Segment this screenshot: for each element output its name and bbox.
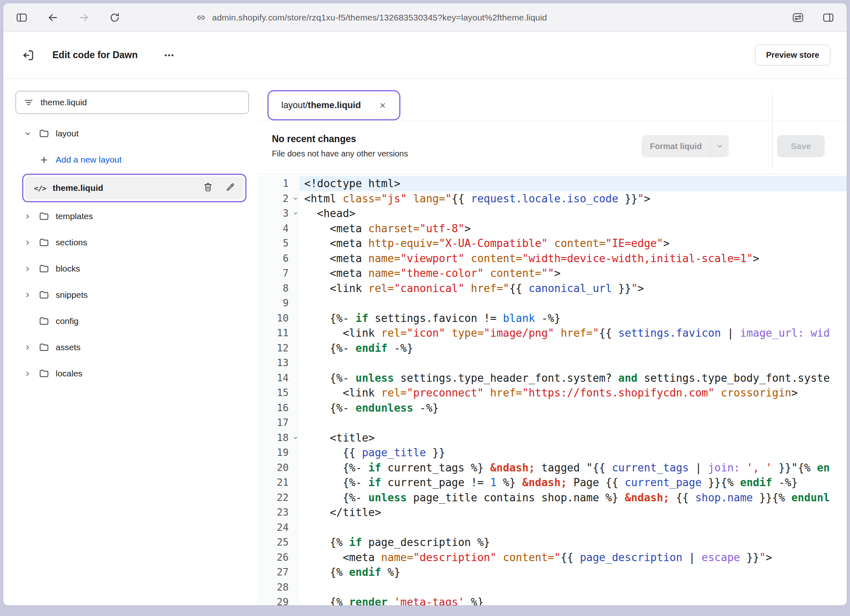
code-line-content[interactable]: {% endif %} bbox=[299, 565, 847, 580]
code-line-15[interactable]: 15 <link rel="preconnect" href="https://… bbox=[257, 385, 847, 401]
back-button-icon[interactable] bbox=[47, 11, 59, 24]
line-number[interactable]: 25 bbox=[257, 535, 299, 550]
code-line-content[interactable]: </title> bbox=[299, 505, 847, 520]
code-line-content[interactable]: <title> bbox=[299, 430, 847, 446]
format-liquid-button[interactable]: Format liquid bbox=[642, 135, 729, 157]
sidebar-item-blocks[interactable]: blocks bbox=[16, 256, 257, 282]
line-number[interactable]: 15 bbox=[257, 385, 299, 401]
code-line-7[interactable]: 7 <meta name="theme-color" content=""> bbox=[257, 266, 847, 281]
more-actions-button[interactable] bbox=[163, 49, 175, 61]
code-line-12[interactable]: 12 {%- endif -%} bbox=[257, 341, 847, 356]
code-line-3[interactable]: 3› <head> bbox=[257, 206, 847, 221]
chevron-right-icon[interactable] bbox=[23, 344, 32, 351]
line-number[interactable]: 3› bbox=[257, 206, 299, 221]
code-line-5[interactable]: 5 <meta http-equiv="X-UA-Compatible" con… bbox=[257, 236, 847, 251]
code-line-25[interactable]: 25 {% if page_description %} bbox=[257, 535, 847, 550]
line-number[interactable]: 27 bbox=[257, 565, 299, 580]
code-line-content[interactable]: {%- endif -%} bbox=[299, 341, 847, 356]
code-line-content[interactable]: <meta name="theme-color" content=""> bbox=[299, 266, 847, 281]
exit-code-editor-button[interactable] bbox=[21, 48, 35, 62]
sidebar-item-sections[interactable]: sections bbox=[16, 229, 257, 256]
code-line-content[interactable] bbox=[299, 356, 847, 371]
code-line-content[interactable]: {%- endunless -%} bbox=[299, 401, 847, 416]
code-line-16[interactable]: 16 {%- endunless -%} bbox=[257, 401, 847, 416]
code-line-28[interactable]: 28 bbox=[257, 580, 847, 595]
chevron-down-icon[interactable] bbox=[710, 135, 729, 157]
chevron-down-icon[interactable] bbox=[23, 130, 32, 137]
line-number[interactable]: 2› bbox=[257, 191, 299, 206]
code-line-4[interactable]: 4 <meta charset="utf-8"> bbox=[257, 221, 847, 236]
line-number[interactable]: 14 bbox=[257, 371, 299, 386]
fold-chevron-icon[interactable]: › bbox=[292, 212, 300, 215]
code-line-content[interactable]: <meta charset="utf-8"> bbox=[299, 221, 847, 236]
code-line-content[interactable]: {%- unless settings.type_header_font.sys… bbox=[299, 371, 847, 386]
code-line-content[interactable]: <html class="js" lang="{{ request.locale… bbox=[299, 191, 847, 206]
search-input[interactable] bbox=[40, 97, 241, 108]
sidebar-item-assets[interactable]: assets bbox=[16, 334, 257, 360]
line-number[interactable]: 17 bbox=[257, 415, 299, 430]
code-line-22[interactable]: 22 {%- unless page_title contains shop.n… bbox=[257, 490, 847, 505]
sidebar-item-config[interactable]: config bbox=[16, 308, 257, 334]
code-line-content[interactable]: {%- if settings.favicon != blank -%} bbox=[299, 311, 847, 326]
fold-chevron-icon[interactable]: › bbox=[292, 197, 300, 200]
chevron-right-icon[interactable] bbox=[23, 239, 32, 246]
code-line-content[interactable] bbox=[299, 580, 847, 595]
code-line-content[interactable] bbox=[299, 296, 847, 311]
code-line-8[interactable]: 8 <link rel="canonical" href="{{ canonic… bbox=[257, 281, 847, 296]
sidebar-item-theme-liquid[interactable]: </> theme.liquid bbox=[25, 177, 244, 199]
code-line-9[interactable]: 9 bbox=[257, 296, 847, 311]
code-line-content[interactable]: {{ page_title }} bbox=[299, 445, 847, 460]
file-search-box[interactable] bbox=[16, 91, 249, 114]
code-line-content[interactable]: {%- if current_page != 1 %} &ndash; Page… bbox=[299, 475, 847, 490]
code-line-14[interactable]: 14 {%- unless settings.type_header_font.… bbox=[257, 371, 847, 386]
sidebar-item-snippets[interactable]: snippets bbox=[16, 282, 257, 308]
code-line-content[interactable]: <!doctype html> bbox=[299, 176, 847, 191]
code-line-content[interactable]: <meta name="viewport" content="width=dev… bbox=[299, 251, 847, 266]
line-number[interactable]: 24 bbox=[257, 520, 299, 535]
code-line-27[interactable]: 27 {% endif %} bbox=[257, 565, 847, 580]
chevron-right-icon[interactable] bbox=[23, 370, 32, 377]
code-line-content[interactable]: <link rel="preconnect" href="https://fon… bbox=[299, 385, 847, 401]
code-line-13[interactable]: 13 bbox=[257, 356, 847, 371]
sidebar-item-templates[interactable]: templates bbox=[16, 203, 257, 229]
line-number[interactable]: 7 bbox=[257, 266, 299, 281]
line-number[interactable]: 16 bbox=[257, 401, 299, 416]
code-line-21[interactable]: 21 {%- if current_page != 1 %} &ndash; P… bbox=[257, 475, 847, 490]
chevron-right-icon[interactable] bbox=[23, 265, 32, 272]
line-number[interactable]: 13 bbox=[257, 356, 299, 371]
line-number[interactable]: 10 bbox=[257, 311, 299, 326]
sidebar-item-layout[interactable]: layout bbox=[16, 120, 257, 147]
code-line-24[interactable]: 24 bbox=[257, 520, 847, 535]
code-line-18[interactable]: 18› <title> bbox=[257, 430, 847, 446]
code-line-23[interactable]: 23 </title> bbox=[257, 505, 847, 520]
close-tab-icon[interactable] bbox=[379, 102, 387, 109]
forward-button-icon[interactable] bbox=[78, 11, 90, 24]
reload-button-icon[interactable] bbox=[109, 12, 120, 23]
line-number[interactable]: 9 bbox=[257, 296, 299, 311]
extensions-settings-icon[interactable] bbox=[792, 11, 804, 24]
code-line-19[interactable]: 19 {{ page_title }} bbox=[257, 445, 847, 460]
rename-file-button[interactable] bbox=[225, 182, 235, 194]
address-bar[interactable]: admin.shopify.com/store/rzq1xu-f5/themes… bbox=[196, 3, 547, 32]
code-line-26[interactable]: 26 <meta name="description" content="{{ … bbox=[257, 550, 847, 565]
code-line-11[interactable]: 11 <link rel="icon" type="image/png" hre… bbox=[257, 326, 847, 341]
sidebar-toggle-icon[interactable] bbox=[16, 11, 28, 24]
code-line-content[interactable] bbox=[299, 520, 847, 535]
line-number[interactable]: 11 bbox=[257, 326, 299, 341]
code-line-content[interactable]: {% if page_description %} bbox=[299, 535, 847, 550]
line-number[interactable]: 1 bbox=[257, 176, 299, 191]
code-line-content[interactable]: {%- unless page_title contains shop.name… bbox=[299, 490, 847, 505]
delete-file-button[interactable] bbox=[203, 182, 213, 194]
line-number[interactable]: 6 bbox=[257, 251, 299, 266]
preview-store-button[interactable]: Preview store bbox=[755, 45, 830, 66]
code-line-content[interactable] bbox=[299, 415, 847, 430]
code-line-content[interactable]: <link rel="icon" type="image/png" href="… bbox=[299, 326, 847, 341]
sidebar-item-locales[interactable]: locales bbox=[16, 360, 257, 387]
code-line-17[interactable]: 17 bbox=[257, 415, 847, 430]
code-line-10[interactable]: 10 {%- if settings.favicon != blank -%} bbox=[257, 311, 847, 326]
code-line-29[interactable]: 29 {% render 'meta-tags' %} bbox=[257, 595, 847, 605]
code-line-1[interactable]: 1<!doctype html> bbox=[257, 176, 847, 191]
code-line-content[interactable]: <meta http-equiv="X-UA-Compatible" conte… bbox=[299, 236, 847, 251]
line-number[interactable]: 21 bbox=[257, 475, 299, 490]
code-line-20[interactable]: 20 {%- if current_tags %} &ndash; tagged… bbox=[257, 460, 847, 476]
